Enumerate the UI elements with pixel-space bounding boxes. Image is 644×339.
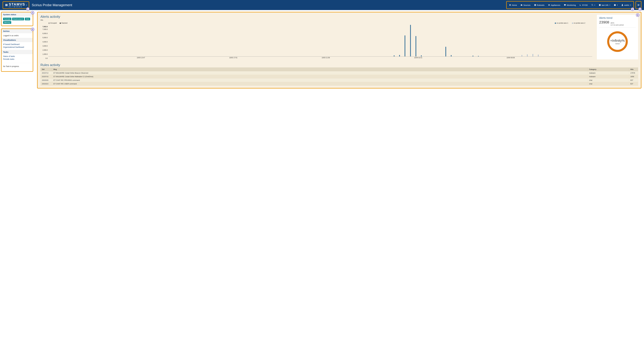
cell-category: chat [588, 82, 629, 86]
nav-home[interactable]: Home [509, 4, 517, 6]
rules-col-category[interactable]: Category [588, 68, 629, 71]
y-tick: 6,000.0 [42, 32, 48, 34]
chevron-down-icon: ▾ [594, 4, 595, 6]
chevron-down-icon: ▾ [630, 4, 631, 6]
table-row[interactable]: 2033713ET MALWARE Cobalt Strike Beacon O… [40, 71, 638, 75]
y-tick: 0.0 [46, 58, 48, 59]
legend-grouped-label: Grouped [50, 22, 57, 24]
chart-bar [472, 56, 473, 56]
nav-help[interactable]: ▾ [614, 4, 618, 6]
legend-grouped[interactable]: Grouped [48, 22, 57, 24]
status-tag-row: SuricataElasticsearchDiskMemory [3, 18, 31, 24]
radio-empty-icon [48, 22, 50, 24]
tasks-links: Status of tasksPeriodic tasks [2, 54, 33, 62]
legend-series-1[interactable]: sn-probe-aws-1 [555, 22, 568, 24]
annotation-badge-4: 4 [31, 11, 34, 14]
nav-time-range[interactable]: last 24h ▾ [599, 4, 610, 6]
rules-col-sid[interactable]: Sid [40, 68, 52, 71]
logo-container[interactable]: STAMVS NETWORKS ▾ 1 [2, 1, 29, 9]
logged-in-user: cedric [14, 34, 19, 36]
status-tag[interactable]: Disk [25, 18, 30, 20]
alerts-activity-section: Alerts activity Hits Grouped Stacked sn-… [40, 15, 593, 60]
x-tick: 10/03 13:47 [137, 57, 145, 58]
alerts-chart: Grouped Stacked sn-probe-aws-1 sn-probe-… [40, 22, 593, 60]
table-row[interactable]: 2002023ET CHAT IRC USER commandchat637 [40, 82, 638, 86]
nav-ryod-label: RYOD [582, 4, 588, 6]
cloud-icon [520, 4, 523, 6]
search-icon [591, 4, 594, 6]
sidebar-link[interactable]: Organizational Dashboard [3, 46, 31, 48]
system-status-panel: System status SuricataElasticsearchDiskM… [1, 12, 33, 26]
legend-stacked[interactable]: Stacked [60, 22, 68, 24]
scirius-title: Scirius [2, 29, 33, 33]
chart-bar [404, 36, 405, 56]
y-tick: 2,000.0 [42, 49, 48, 51]
status-tag[interactable]: Suricata [3, 18, 11, 20]
page-title: Scirius Probe Management [32, 3, 72, 7]
nav-rulesets[interactable]: Rulesets [534, 4, 544, 6]
nav-ryod[interactable]: RYOD [579, 4, 588, 6]
x-tick: 10/04 02:01 [414, 57, 422, 58]
y-tick: 7,000.0 [42, 28, 48, 30]
y-tick: 4,000.0 [42, 41, 48, 43]
legend-series-2[interactable]: sn-probe-aws-2 [572, 22, 585, 24]
cell-sid: 2029743 [40, 75, 52, 78]
app-header: STAMVS NETWORKS ▾ 1 Scirius Probe Manage… [0, 0, 644, 10]
radio-filled-icon [60, 22, 61, 24]
scirius-panel: Scirius Logged in as cedric Visualizatio… [1, 28, 33, 72]
sidebar: System status SuricataElasticsearchDiskM… [1, 12, 33, 74]
nav-sources-label: Sources [524, 4, 530, 6]
logo-text: STAMVS [9, 2, 25, 6]
nav-user[interactable]: cedric ▾ [621, 4, 631, 6]
legend-stacked-label: Stacked [62, 22, 68, 24]
nav-rulesets-label: Rulesets [537, 4, 544, 6]
tasks-empty: No Task in progress [2, 64, 33, 69]
annotation-badge-1: 1 [26, 7, 30, 11]
chart-icon [579, 4, 582, 6]
apps-icon [637, 4, 640, 6]
rules-col-hits[interactable]: Hits [629, 68, 638, 71]
alerts-trend-count: 23908 [599, 20, 609, 24]
table-row[interactable]: 2029743ET MALWARE Cobalt Strike Malleabl… [40, 75, 638, 78]
cell-hits: 837 [629, 78, 638, 82]
nav-time-range-label: last 24h [602, 4, 608, 6]
y-tick: 5,000.0 [42, 37, 48, 38]
eye-icon [548, 4, 550, 6]
chart-bar [410, 25, 411, 56]
rules-activity-section: Rules activity Sid Msg Category Hits 203… [40, 63, 638, 86]
chart-x-axis: 10/03 13:4710/03 17:5110/03 21:5610/04 0… [48, 57, 592, 60]
series-1-dot-icon [555, 22, 556, 24]
table-row[interactable]: 2002026ET CHAT IRC PRIVMSG commandchat83… [40, 78, 638, 82]
cell-category: malware [588, 75, 629, 78]
apps-menu[interactable]: 3 [636, 1, 642, 9]
grid-icon [534, 4, 536, 6]
rules-col-msg[interactable]: Msg [52, 68, 588, 71]
system-status-title: System status [2, 12, 33, 16]
alerts-trend-panel: Alerts trend 23908 alerts vs 0 on prev p… [597, 15, 638, 60]
sidebar-link[interactable]: Status of tasks [3, 55, 31, 58]
status-tag[interactable]: Memory [3, 21, 11, 24]
nav-sources[interactable]: Sources [520, 4, 530, 6]
y-tick: 7,662.0 [42, 26, 48, 28]
cell-hits: 17578 [629, 71, 638, 75]
nav-appliances[interactable]: Appliances [548, 4, 560, 6]
chart-bar [532, 54, 533, 56]
alerts-activity-title: Alerts activity [40, 15, 593, 19]
chart-bar [416, 36, 416, 56]
trend-ring-value: +Infinity% [610, 39, 625, 43]
sidebar-link[interactable]: Periodic tasks [3, 58, 31, 60]
status-tag[interactable]: Elasticsearch [12, 18, 24, 20]
cell-msg: ET CHAT IRC PRIVMSG command [52, 78, 588, 82]
nav-search[interactable]: ▾ [591, 4, 595, 6]
nav-monitoring[interactable]: Monitoring [564, 4, 576, 6]
annotation-badge-2: 2 [631, 8, 634, 11]
alerts-trend-sub-2: vs 0 on prev period [610, 24, 624, 26]
logged-in-prefix: Logged in as [3, 34, 14, 36]
sidebar-link[interactable]: IP based Dashboard [3, 43, 31, 46]
chart-bar [399, 55, 400, 56]
nav-home-label: Home [512, 4, 517, 6]
chart-bar [451, 55, 452, 56]
x-tick: 10/04 06:06 [506, 57, 515, 58]
hits-axis-label: Hits [40, 19, 593, 21]
main-content: 6 Alerts activity Hits Grouped Stacked s… [37, 12, 642, 88]
